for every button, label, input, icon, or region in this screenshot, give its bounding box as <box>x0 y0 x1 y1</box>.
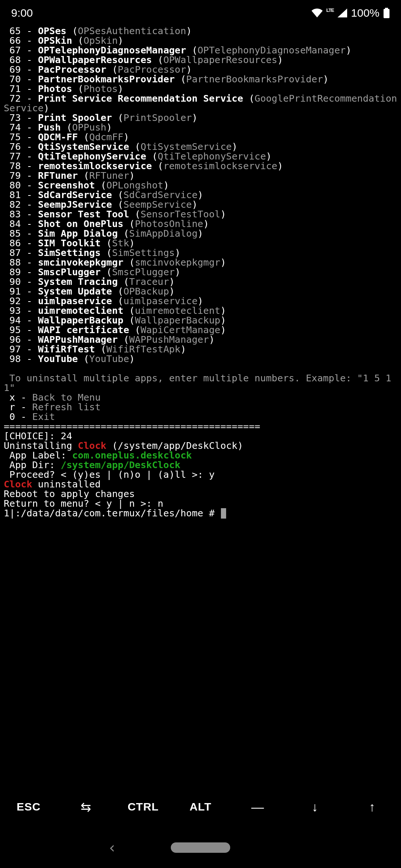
list-item: 93 - uimremoteclient (uimremoteclient) <box>4 306 397 315</box>
menu-item: r - Refresh list <box>4 402 397 412</box>
list-item: 72 - Print Service Recommendation Servic… <box>4 93 397 113</box>
list-item: 69 - PacProcessor (PacProcessor) <box>4 65 397 74</box>
wifi-icon <box>312 9 323 17</box>
list-item: 78 - remotesimlockservice (remotesimlock… <box>4 161 397 171</box>
nav-back-icon[interactable]: ‹ <box>108 839 117 856</box>
list-item: 76 - QtiSystemService (QtiSystemService) <box>4 142 397 151</box>
shell-prompt[interactable]: 1|:/data/data/com.termux/files/home # <box>4 508 397 519</box>
return-line: Return to menu? < y | n >: n <box>4 499 397 508</box>
list-item: 95 - WAPI certificate (WapiCertManage) <box>4 325 397 335</box>
key-esc[interactable]: ESC <box>0 800 57 813</box>
key-ctrl[interactable]: CTRL <box>115 800 172 813</box>
list-item: 79 - RFTuner (RFTuner) <box>4 171 397 180</box>
list-item: 66 - OPSkin (OpSkin) <box>4 36 397 45</box>
menu-item: x - Back to Menu <box>4 392 397 402</box>
list-item: 85 - Sim App Dialog (SimAppDialog) <box>4 228 397 238</box>
battery-percent: 100% <box>351 7 379 19</box>
cursor <box>221 508 226 519</box>
app-label-line: App Label: com.oneplus.deskclock <box>4 450 397 460</box>
nav-home-pill[interactable] <box>171 842 230 853</box>
list-item: 73 - Print Spooler (PrintSpooler) <box>4 113 397 122</box>
list-item: 74 - Push (OPPush) <box>4 122 397 132</box>
svg-rect-1 <box>384 9 389 18</box>
list-item: 83 - Sensor Test Tool (SensorTestTool) <box>4 209 397 219</box>
list-item: 87 - SimSettings (SimSettings) <box>4 248 397 257</box>
list-item: 97 - WifiRfTest (WifiRfTestApk) <box>4 344 397 354</box>
divider: ========================================… <box>4 421 397 431</box>
list-item: 90 - System Tracing (Traceur) <box>4 277 397 286</box>
terminal-output[interactable]: 65 - OPSes (OPSesAuthentication) 66 - OP… <box>0 26 401 786</box>
menu-item: 0 - Exit <box>4 412 397 421</box>
key-tab[interactable]: ⇆ <box>57 799 114 814</box>
list-item: 70 - PartnerBookmarksProvider (PartnerBo… <box>4 74 397 84</box>
status-clock: 9:00 <box>11 7 33 19</box>
signal-icon <box>338 9 347 17</box>
svg-rect-0 <box>385 8 388 9</box>
proceed-line: Proceed? < (y)es | (n)o | (a)ll >: y <box>4 470 397 479</box>
list-item: 94 - WallpaperBackup (WallpaperBackup) <box>4 315 397 325</box>
list-item: 81 - SdCardService (SdCardService) <box>4 190 397 200</box>
hint-text: To uninstall multiple apps, enter multip… <box>4 373 397 392</box>
list-item: 84 - Shot on OnePlus (PhotosOnline) <box>4 219 397 228</box>
status-bar: 9:00 LTE 100% <box>0 0 401 26</box>
list-item: 98 - YouTube (YouTube) <box>4 354 397 364</box>
reboot-line: Reboot to apply changes <box>4 489 397 499</box>
list-item: 92 - uimlpaservice (uimlpaservice) <box>4 296 397 306</box>
list-item: 80 - Screenshot (OPLongshot) <box>4 180 397 190</box>
list-item: 71 - Photos (Photos) <box>4 84 397 93</box>
key-down[interactable]: ↓ <box>286 800 343 814</box>
extra-keys-row: ESC ⇆ CTRL ALT — ↓ ↑ <box>0 786 401 827</box>
list-item: 82 - SeempJService (SeempService) <box>4 200 397 209</box>
key-up[interactable]: ↑ <box>344 800 401 814</box>
list-item: 91 - System Update (OPBackup) <box>4 286 397 296</box>
status-icons: LTE 100% <box>312 7 390 19</box>
done-line: Clock uninstalled <box>4 479 397 489</box>
list-item: 77 - QtiTelephonyService (QtiTelephonySe… <box>4 151 397 161</box>
list-item: 96 - WAPPushManager (WAPPushManager) <box>4 335 397 344</box>
list-item: 86 - SIM Toolkit (Stk) <box>4 238 397 248</box>
choice-line: [CHOICE]: 24 <box>4 431 397 441</box>
uninstalling-line: Uninstalling Clock (/system/app/DeskCloc… <box>4 441 397 450</box>
lte-icon: LTE <box>326 7 334 13</box>
nav-bar: ‹ <box>0 827 401 868</box>
list-item: 68 - OPWallpaperResources (OPWallpaperRe… <box>4 55 397 65</box>
list-item: 88 - smcinvokepkgmgr (smcinvokepkgmgr) <box>4 257 397 267</box>
key-alt[interactable]: ALT <box>172 800 229 813</box>
app-dir-line: App Dir: /system/app/DeskClock <box>4 460 397 470</box>
key-dash[interactable]: — <box>229 800 286 814</box>
battery-icon <box>383 8 390 18</box>
list-item: 89 - SmscPlugger (SmscPlugger) <box>4 267 397 277</box>
list-item: 65 - OPSes (OPSesAuthentication) <box>4 26 397 36</box>
list-item: 67 - OPTelephonyDiagnoseManager (OPTelep… <box>4 45 397 55</box>
list-item: 75 - QDCM-FF (QdcmFF) <box>4 132 397 142</box>
